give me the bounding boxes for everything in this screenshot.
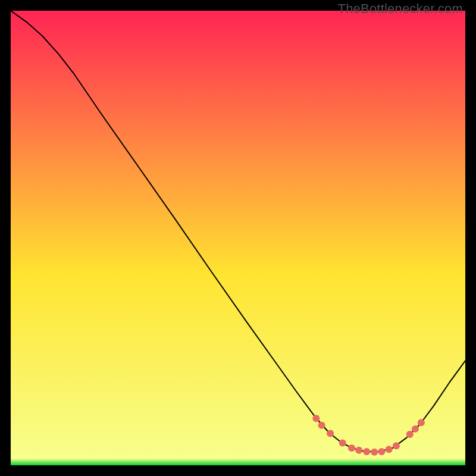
marker-point xyxy=(386,446,393,453)
marker-point xyxy=(348,444,355,452)
marker-point xyxy=(327,430,334,437)
marker-point xyxy=(418,419,425,426)
marker-point xyxy=(318,422,325,429)
watermark-text: TheBottlenecker.com xyxy=(338,1,463,17)
marker-point xyxy=(355,447,362,454)
marker-point xyxy=(312,415,320,422)
marker-point xyxy=(406,431,414,438)
marker-point xyxy=(393,442,400,449)
marker-point xyxy=(378,448,385,455)
chart-frame xyxy=(11,11,465,465)
marker-point xyxy=(371,449,378,456)
chart-background xyxy=(11,11,465,465)
marker-point xyxy=(363,448,370,455)
marker-point xyxy=(412,425,419,433)
chart-svg xyxy=(11,11,465,465)
marker-point xyxy=(339,440,346,447)
